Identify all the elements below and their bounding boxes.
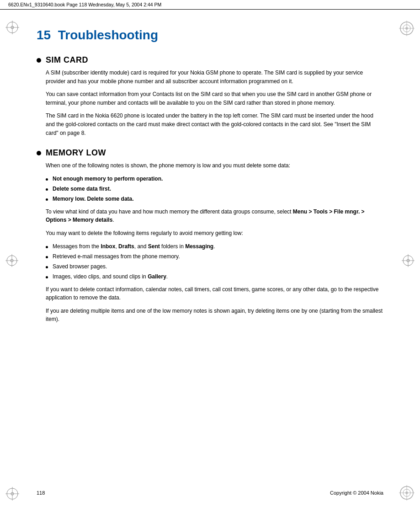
sim-card-bullet	[37, 58, 41, 63]
page-container: 6620.ENv1_9310640.book Page 118 Wednesda…	[0, 0, 420, 523]
footer-page-number: 118	[37, 490, 45, 496]
memory-low-intro: When one of the following notes is shown…	[46, 161, 383, 170]
sim-card-para1: A SIM (subscriber identity module) card …	[46, 69, 383, 85]
sim-card-para3: The SIM card in the Nokia 6620 phone is …	[46, 112, 383, 137]
memory-bullets-2: Messages from the Inbox, Drafts, and Sen…	[46, 242, 383, 281]
list-item: Memory low. Delete some data.	[46, 195, 383, 203]
sub-bullet-dot	[46, 198, 48, 201]
chapter-title: 15 Troubleshooting	[37, 28, 383, 43]
sub-bullet-dot	[46, 276, 48, 278]
sub-bullet-dot	[46, 178, 48, 181]
page-footer: 118 Copyright © 2004 Nokia	[0, 490, 420, 496]
sim-card-para2: You can save contact information from yo…	[46, 90, 383, 107]
section-sim-card: SIM CARD A SIM (subscriber identity modu…	[37, 55, 383, 137]
memory-low-para4: If you want to delete contact informatio…	[46, 285, 383, 302]
mid-left-mark	[5, 254, 18, 269]
sub-bullet-dot	[46, 188, 48, 191]
sub-bullet-dot	[46, 256, 48, 258]
mid-right-mark	[402, 254, 415, 269]
main-content: 15 Troubleshooting SIM CARD A SIM (subsc…	[0, 10, 420, 362]
memory-low-heading: MEMORY LOW	[37, 148, 383, 158]
sim-card-title: SIM CARD	[46, 55, 88, 65]
sim-card-heading: SIM CARD	[37, 55, 383, 65]
memory-low-bullet	[37, 151, 41, 155]
memory-low-para3: You may want to delete the following ite…	[46, 229, 383, 238]
list-item: Delete some data first.	[46, 185, 383, 193]
corner-tr-mark	[399, 21, 415, 38]
footer-copyright: Copyright © 2004 Nokia	[330, 490, 383, 496]
memory-low-para5: If you are deleting multiple items and o…	[46, 307, 383, 324]
list-item: Not enough memory to perform operation.	[46, 175, 383, 183]
header-text: 6620.ENv1_9310640.book Page 118 Wednesda…	[8, 2, 161, 7]
corner-tl-mark	[5, 21, 19, 36]
memory-low-title: MEMORY LOW	[46, 148, 106, 158]
section-memory-low: MEMORY LOW When one of the following not…	[37, 148, 383, 324]
sub-bullet-dot	[46, 266, 48, 268]
memory-low-para2: To view what kind of data you have and h…	[46, 208, 383, 224]
list-item: Saved browser pages.	[46, 262, 383, 271]
list-item: Messages from the Inbox, Drafts, and Sen…	[46, 242, 383, 251]
memory-bullets-1: Not enough memory to perform operation. …	[46, 175, 383, 203]
list-item: Retrieved e-mail messages from the phone…	[46, 252, 383, 261]
sub-bullet-dot	[46, 246, 48, 248]
header-bar: 6620.ENv1_9310640.book Page 118 Wednesda…	[0, 0, 420, 10]
list-item: Images, video clips, and sound clips in …	[46, 272, 383, 281]
